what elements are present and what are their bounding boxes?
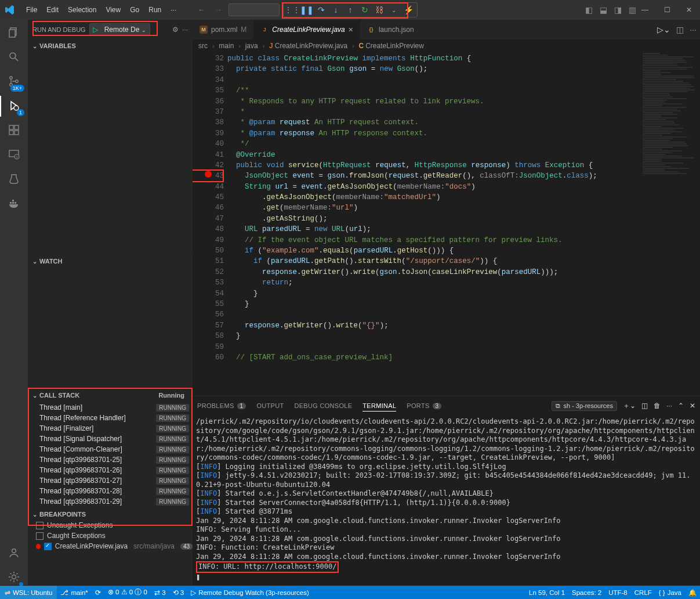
chevron-down-icon[interactable]: ⌄ [387,3,400,16]
layout-sidebar-right-icon[interactable]: ◨ [614,5,622,15]
tab-createlinkpreview[interactable]: JCreateLinkPreview.java× [253,20,360,39]
menu-go[interactable]: Go [126,3,143,16]
split-editor-icon[interactable]: ◫ [676,25,684,34]
debug-settings-icon[interactable]: ⚙ [172,26,179,34]
command-center[interactable] [229,3,280,16]
extensions-icon[interactable] [6,122,22,138]
checkbox[interactable] [36,522,43,529]
breadcrumb-item[interactable]: main [219,42,234,50]
terminal-selector[interactable]: ⧉ sh - 3p-resources [552,401,617,411]
callstack-thread[interactable]: Thread [qtp399683701-26]RUNNING [36,465,193,475]
callstack-thread[interactable]: Thread [qtp399683701-28]RUNNING [36,486,193,496]
ports-status[interactable]: ⇄ 3 [151,589,169,597]
close-panel-icon[interactable]: ✕ [690,402,695,410]
breakpoint-builtin[interactable]: Caught Exceptions [28,531,193,541]
kill-terminal-icon[interactable]: 🗑 [654,402,661,410]
layout-sidebar-left-icon[interactable]: ◧ [585,5,593,15]
variables-panel-header[interactable]: ⌄VARIABLES [28,40,193,52]
accounts-icon[interactable] [6,544,22,561]
drag-handle-icon[interactable]: ⋮⋮ [286,3,299,16]
testing-icon[interactable] [6,171,22,187]
panel-tab-debug-console[interactable]: DEBUG CONSOLE [294,402,352,409]
panel-tab-ports[interactable]: PORTS3 [407,402,441,409]
breakpoints-panel-header[interactable]: ⌄BREAKPOINTS [28,508,193,520]
notifications-icon[interactable]: 🔔 [685,589,700,597]
callstack-thread[interactable]: Thread [qtp399683701-29]RUNNING [36,496,193,507]
line-gutter[interactable]: 3233343536373839404142434445464748495051… [193,53,227,363]
callstack-thread[interactable]: Thread [Common-Cleaner]RUNNING [36,444,193,454]
start-debug-button[interactable]: ▷ [90,26,101,34]
callstack-thread[interactable]: Thread [main]RUNNING [36,402,193,413]
remote-explorer-icon[interactable] [6,146,22,163]
gear-icon[interactable] [6,569,22,585]
callstack-thread[interactable]: Thread [qtp399683701-27]RUNNING [36,475,193,486]
breadcrumb-item[interactable]: java [245,42,258,50]
eol[interactable]: CRLF [631,589,655,597]
callstack-thread[interactable]: Thread [Reference Handler]RUNNING [36,413,193,423]
more-icon[interactable]: ··· [182,26,188,34]
layout-panel-icon[interactable]: ⬓ [600,5,607,15]
breakpoint-user[interactable]: CreateLinkPreview.javasrc/main/java43 [28,541,193,551]
debug-session[interactable]: ▷ Remote Debug Watch (3p-resources) [187,589,313,597]
radio-status[interactable]: ⟲ 3 [169,589,188,597]
close-icon[interactable]: ✕ [678,0,700,20]
indent[interactable]: Spaces: 2 [568,589,605,597]
lang-mode[interactable]: { } Java [655,589,685,597]
hot-reload-icon[interactable]: ⚡ [402,3,415,16]
encoding[interactable]: UTF-8 [605,589,631,597]
callstack-panel-header[interactable]: ⌄CALL STACK Running [28,389,193,401]
terminal-output[interactable]: /pierrick/.m2/repository/io/cloudevents/… [193,415,700,585]
step-into-icon[interactable]: ↓ [329,3,342,16]
tab-pom[interactable]: Mpom.xml M [193,20,253,39]
menu-run[interactable]: Run [144,3,165,16]
nav-back-icon[interactable]: ← [198,6,205,14]
breadcrumb[interactable]: src›main›java›JCreateLinkPreview.java›CC… [193,39,700,52]
menu-selection[interactable]: Selection [64,3,100,16]
panel-more-icon[interactable]: ··· [666,402,672,410]
menu-edit[interactable]: Edit [42,3,63,16]
maximize-icon[interactable]: ☐ [656,0,678,20]
git-sync[interactable]: ⟳ [92,589,104,597]
run-file-icon[interactable]: ▷⌄ [657,25,670,34]
step-over-icon[interactable]: ↷ [315,3,328,16]
panel-tab-problems[interactable]: PROBLEMS1 [197,402,246,409]
maximize-panel-icon[interactable]: ⌃ [678,402,684,410]
breakpoint-builtin[interactable]: Uncaught Exceptions [28,520,193,531]
breadcrumb-item[interactable]: JCreateLinkPreview.java [269,42,347,50]
cursor-pos[interactable]: Ln 59, Col 1 [525,589,568,597]
callstack-thread[interactable]: Thread [Signal Dispatcher]RUNNING [36,434,193,444]
source-control-icon[interactable]: 1K+ [6,73,22,89]
nav-fwd-icon[interactable]: → [215,6,222,14]
disconnect-icon[interactable]: ⛓ [373,3,386,16]
code-editor[interactable]: public class CreateLinkPreview implement… [227,53,700,363]
split-terminal-icon[interactable]: ◫ [641,402,648,410]
close-tab-icon[interactable]: × [349,25,353,34]
callstack-thread[interactable]: Thread [qtp399683701-25]RUNNING [36,454,193,465]
menu-view[interactable]: View [101,3,125,16]
pause-icon[interactable]: ❚❚ [300,3,313,16]
remote-indicator[interactable]: ⇌ WSL: Ubuntu [0,586,57,599]
debug-config-select[interactable]: Remote De ⌄ [101,26,150,34]
watch-panel-header[interactable]: ⌄WATCH [28,255,193,267]
breadcrumb-item[interactable]: src [198,42,208,50]
callstack-thread[interactable]: Thread [Finalizer]RUNNING [36,423,193,434]
restart-icon[interactable]: ↻ [358,3,371,16]
minimize-icon[interactable]: — [634,0,656,20]
explorer-icon[interactable] [6,24,22,41]
checkbox[interactable] [36,532,43,540]
menu-more[interactable]: ··· [166,3,180,16]
minimap[interactable] [639,52,700,396]
new-terminal-icon[interactable]: ＋⌄ [623,401,636,411]
tab-launch[interactable]: {}launch.json [360,20,421,39]
breadcrumb-item[interactable]: CCreateLinkPreview [359,42,424,50]
search-icon[interactable] [6,49,22,65]
git-branch[interactable]: ⎇ main* [57,589,91,597]
checkbox[interactable] [44,543,51,550]
step-out-icon[interactable]: ↑ [344,3,357,16]
docker-icon[interactable] [6,195,22,211]
panel-tab-terminal[interactable]: TERMINAL [362,402,396,412]
panel-tab-output[interactable]: OUTPUT [256,402,284,409]
run-debug-icon[interactable]: 1 [6,98,22,114]
problems-status[interactable]: ⊗ 0 ⚠ 0 ⓘ 0 [104,588,151,597]
more-actions-icon[interactable]: ··· [690,25,697,34]
